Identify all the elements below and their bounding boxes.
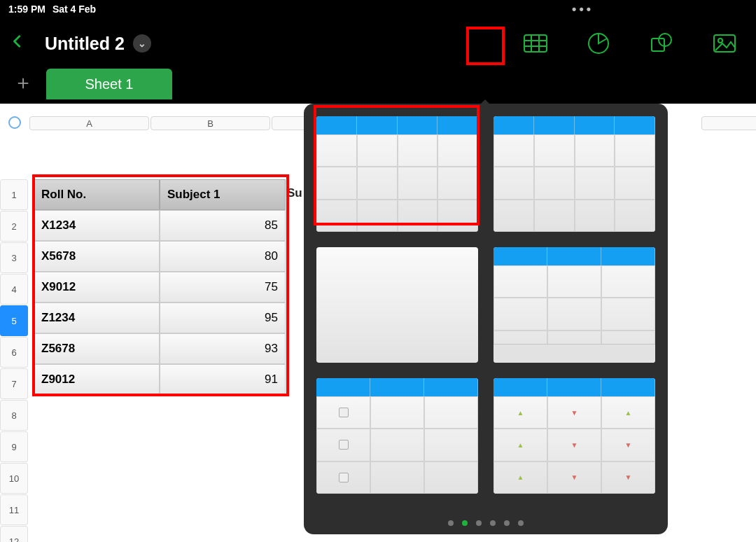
th-roll[interactable]: Roll No.: [34, 179, 160, 210]
pager-dot[interactable]: [462, 520, 468, 526]
cell-roll[interactable]: Z1234: [34, 303, 160, 333]
row-header-9[interactable]: 9: [0, 431, 28, 462]
row-header-4[interactable]: 4: [0, 274, 28, 305]
row-header-11[interactable]: 11: [0, 494, 28, 525]
svg-rect-6: [652, 39, 664, 51]
row-header-7[interactable]: 7: [0, 368, 28, 399]
th-subject2-partial: Su: [287, 186, 302, 200]
cell-subject1[interactable]: 95: [160, 303, 286, 333]
table-row[interactable]: Z567893: [34, 333, 286, 364]
row-header-2[interactable]: 2: [0, 211, 28, 242]
cell-subject1[interactable]: 75: [160, 272, 286, 303]
table-styles-popover: ▲▼▲▲▼▼▲▼▼: [304, 104, 668, 534]
document-title-text: Untitled 2: [45, 34, 125, 54]
style-pager[interactable]: [304, 520, 668, 526]
pager-dot[interactable]: [448, 520, 454, 526]
table-body: X123485X567880X901275Z123495Z567893Z9012…: [34, 210, 286, 395]
svg-rect-0: [524, 35, 547, 52]
cell-roll[interactable]: Z5678: [34, 333, 160, 364]
table-icon[interactable]: [522, 30, 549, 57]
back-button[interactable]: [10, 32, 25, 56]
style-header-3col[interactable]: [493, 116, 655, 232]
row-headers: 12345678910111213: [0, 179, 28, 542]
th-subject1[interactable]: Subject 1: [160, 179, 286, 210]
svg-point-9: [718, 39, 722, 43]
select-all-handle[interactable]: [8, 116, 21, 129]
row-header-5[interactable]: 5: [0, 305, 28, 336]
style-checkboxes[interactable]: [316, 378, 478, 494]
style-triangles[interactable]: ▲▼▲▲▼▼▲▼▼: [493, 378, 655, 494]
toolbar: [522, 30, 738, 57]
data-table[interactable]: Roll No. Subject 1 X123485X567880X901275…: [34, 179, 286, 395]
sheet-tab-active[interactable]: Sheet 1: [46, 69, 172, 99]
col-header-f[interactable]: F: [701, 116, 756, 130]
cell-roll[interactable]: X1234: [34, 210, 160, 241]
pager-dot[interactable]: [476, 520, 482, 526]
pager-dot[interactable]: [518, 520, 524, 526]
status-overflow-icon[interactable]: •••: [572, 2, 594, 17]
cell-roll[interactable]: X5678: [34, 241, 160, 272]
table-row[interactable]: Z123495: [34, 303, 286, 333]
media-icon[interactable]: [711, 30, 738, 57]
cell-roll[interactable]: X9012: [34, 272, 160, 303]
chart-icon[interactable]: [585, 30, 612, 57]
table-style-grid: ▲▼▲▲▼▼▲▼▼: [316, 116, 655, 494]
style-header-footer[interactable]: [493, 247, 655, 363]
status-time: 1:59 PM: [8, 4, 46, 15]
cell-subject1[interactable]: 93: [160, 333, 286, 364]
table-row[interactable]: X901275: [34, 272, 286, 303]
style-plain[interactable]: [316, 247, 478, 363]
col-header-b[interactable]: B: [150, 116, 270, 130]
row-header-10[interactable]: 10: [0, 463, 28, 494]
pager-dot[interactable]: [490, 520, 496, 526]
chevron-down-icon[interactable]: ⌄: [133, 34, 151, 53]
table-row[interactable]: X567880: [34, 241, 286, 272]
pager-dot[interactable]: [504, 520, 510, 526]
row-header-6[interactable]: 6: [0, 337, 28, 368]
row-header-3[interactable]: 3: [0, 242, 28, 273]
status-date: Sat 4 Feb: [52, 4, 96, 15]
cell-subject1[interactable]: 85: [160, 210, 286, 241]
style-header-4col[interactable]: [316, 116, 478, 232]
col-header-a[interactable]: A: [29, 116, 149, 130]
table-header-row: Roll No. Subject 1: [34, 179, 286, 210]
title-bar: Untitled 2 ⌄: [0, 18, 756, 69]
table-row[interactable]: X123485: [34, 210, 286, 241]
cell-subject1[interactable]: 80: [160, 241, 286, 272]
row-header-1[interactable]: 1: [0, 179, 28, 210]
row-header-8[interactable]: 8: [0, 400, 28, 431]
add-sheet-button[interactable]: ＋: [0, 69, 46, 97]
sheet-tabs: ＋ Sheet 1: [0, 69, 756, 104]
cell-subject1[interactable]: 91: [160, 364, 286, 395]
row-header-12[interactable]: 12: [0, 526, 28, 542]
document-title[interactable]: Untitled 2 ⌄: [45, 34, 151, 54]
status-bar: 1:59 PM Sat 4 Feb •••: [0, 0, 756, 18]
shape-icon[interactable]: [648, 30, 675, 57]
cell-roll[interactable]: Z9012: [34, 364, 160, 395]
table-row[interactable]: Z901291: [34, 364, 286, 395]
spreadsheet-canvas[interactable]: A B F 12345678910111213 Roll No. Subject…: [0, 104, 756, 542]
